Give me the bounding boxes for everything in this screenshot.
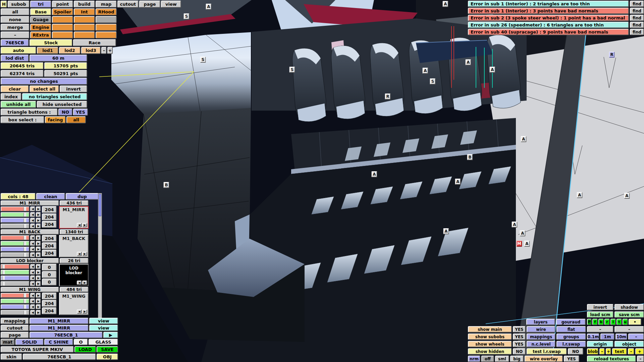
- nrm-big-button[interactable]: big: [510, 356, 524, 362]
- slider-increment-button[interactable]: ▶: [36, 304, 41, 309]
- dash-button-2[interactable]: –: [614, 326, 644, 333]
- triangle-buttons-yes[interactable]: YES: [73, 109, 88, 116]
- channel-r-button[interactable]: r: [604, 319, 610, 325]
- slider-increment-button[interactable]: ▶: [36, 241, 41, 246]
- slider-increment-button[interactable]: ▶: [36, 276, 41, 281]
- material-color-slider[interactable]: [1, 252, 30, 257]
- subob-group-–-button[interactable]: –: [1, 32, 30, 39]
- groups-button[interactable]: groups: [556, 334, 586, 340]
- slider-thumb[interactable]: [23, 247, 26, 251]
- show-hidden-state[interactable]: NO: [513, 348, 526, 355]
- shadow-button[interactable]: shadow: [614, 304, 644, 310]
- variant-id-button[interactable]: 76E5CB: [1, 39, 29, 46]
- slider-increment-button[interactable]: ▶: [36, 299, 41, 304]
- slider-decrement-button[interactable]: ◀: [30, 247, 35, 252]
- grid-10m-button[interactable]: 10m: [615, 334, 627, 340]
- slider-increment-button[interactable]: ▶: [36, 218, 41, 223]
- subob-cell-int-button[interactable]: Int: [74, 8, 95, 15]
- reload-textures-button[interactable]: reload textures: [587, 356, 636, 362]
- material-color-slider[interactable]: [1, 310, 30, 315]
- material-color-slider[interactable]: [1, 212, 30, 217]
- material-color-slider[interactable]: [1, 281, 30, 286]
- mat-cshine-button[interactable]: C SHINE: [44, 339, 73, 345]
- lod-minus-button[interactable]: –: [101, 47, 107, 54]
- slider-thumb[interactable]: [23, 305, 26, 309]
- clean-button[interactable]: clean: [36, 193, 65, 200]
- slider-increment-button[interactable]: ▶: [36, 293, 41, 298]
- menu-h-button[interactable]: H: [1, 1, 7, 8]
- subob-cell-base-button[interactable]: Base: [30, 8, 51, 15]
- error-find-button[interactable]: find: [630, 1, 644, 7]
- invert-button[interactable]: invert: [587, 304, 613, 310]
- preview-prev-button[interactable]: ◀: [77, 281, 82, 285]
- material-color-slider[interactable]: [1, 270, 30, 275]
- lod3-button[interactable]: lod3: [81, 47, 101, 54]
- show-wheels-state[interactable]: YES: [513, 341, 526, 347]
- text-button[interactable]: text: [612, 348, 627, 355]
- nc-level-button[interactable]: n.c.level: [527, 341, 555, 347]
- lod-dist-value[interactable]: 60 m: [30, 55, 87, 62]
- origin-button[interactable]: origin: [587, 341, 613, 347]
- lod2-button[interactable]: lod2: [59, 47, 80, 54]
- mapping-view-button[interactable]: view: [89, 318, 118, 324]
- material-color-slider[interactable]: [1, 206, 30, 212]
- slider-decrement-button[interactable]: ◀: [30, 218, 35, 223]
- menu-page-tab[interactable]: page: [139, 1, 160, 8]
- skin-value[interactable]: 76E5CB_1: [23, 354, 96, 360]
- subob-cell-spoiler-button[interactable]: Spoiler: [52, 8, 73, 15]
- error-find-button[interactable]: find: [630, 22, 644, 28]
- nrm-label[interactable]: nrm: [468, 356, 480, 362]
- slider-decrement-button[interactable]: ◀: [30, 252, 35, 257]
- mapping-label[interactable]: mapping: [1, 318, 29, 324]
- material-preview[interactable]: M1_BACK◀▶: [59, 235, 89, 257]
- material-name-button[interactable]: LOD blocker: [1, 258, 59, 263]
- hide-unselected-button[interactable]: hide unselected: [37, 101, 87, 108]
- unhide-all-button[interactable]: unhide all: [1, 101, 36, 108]
- skin-label[interactable]: skin: [1, 354, 22, 360]
- slider-decrement-button[interactable]: ◀: [30, 235, 35, 240]
- show-main-state[interactable]: YES: [513, 326, 526, 333]
- material-name-button[interactable]: M1_BACK: [1, 229, 59, 235]
- material-color-slider[interactable]: [1, 247, 30, 252]
- wire-overlay-state[interactable]: YES: [564, 356, 579, 362]
- preview-next-button[interactable]: ▶: [82, 281, 87, 285]
- subob-group-merge-button[interactable]: merge: [1, 24, 30, 31]
- grid-minus-button[interactable]: –: [628, 334, 644, 340]
- preview-prev-button[interactable]: ◀: [77, 252, 82, 256]
- slider-decrement-button[interactable]: ◀: [30, 206, 35, 212]
- slider-decrement-button[interactable]: ◀: [30, 224, 35, 229]
- slider-thumb[interactable]: [23, 219, 26, 222]
- channel-b-button[interactable]: b: [598, 319, 604, 325]
- save-scm-button[interactable]: save scm: [614, 311, 644, 318]
- material-preview[interactable]: LODblocker◀▶: [59, 264, 89, 286]
- slider-increment-button[interactable]: ▶: [36, 212, 41, 217]
- slider-thumb[interactable]: [23, 253, 26, 257]
- cutout-value[interactable]: M1_MIRR: [30, 325, 89, 331]
- nrm-off-button[interactable]: off: [481, 356, 494, 362]
- slider-increment-button[interactable]: ▶: [36, 224, 41, 229]
- menu-point-tab[interactable]: point: [52, 1, 73, 8]
- lod-auto-button[interactable]: auto: [1, 47, 36, 54]
- slider-thumb[interactable]: [2, 276, 5, 280]
- material-value-field[interactable]: 204: [42, 300, 57, 307]
- material-value-field[interactable]: 0: [42, 271, 57, 278]
- preview-prev-button[interactable]: ◀: [77, 223, 82, 227]
- menu-tri-tab[interactable]: tri: [30, 1, 51, 8]
- slider-increment-button[interactable]: ▶: [36, 252, 41, 257]
- test-lr-swap-state[interactable]: NO: [568, 348, 583, 355]
- slider-thumb[interactable]: [23, 242, 26, 245]
- grid-0-1m-button[interactable]: 0.1m: [587, 334, 599, 340]
- show-subobs-button[interactable]: show subobs: [468, 334, 512, 340]
- material-preview[interactable]: M1_WING◀▶: [59, 293, 89, 315]
- nrm-sml-button[interactable]: sml: [495, 356, 509, 362]
- box-select-facing[interactable]: facing: [45, 116, 66, 123]
- subob-cell-button[interactable]: [52, 24, 73, 31]
- test-lr-swap-button[interactable]: test l.r.swap: [527, 348, 567, 355]
- object-button[interactable]: object: [614, 341, 644, 347]
- slider-decrement-button[interactable]: ◀: [30, 299, 35, 304]
- variant-stock-button[interactable]: Stock: [30, 39, 72, 46]
- error-find-button[interactable]: find: [630, 8, 644, 14]
- menu-subob-tab[interactable]: subob: [8, 1, 30, 8]
- page-next-button[interactable]: ▶: [103, 332, 118, 338]
- subob-group-all-button[interactable]: all: [1, 8, 30, 15]
